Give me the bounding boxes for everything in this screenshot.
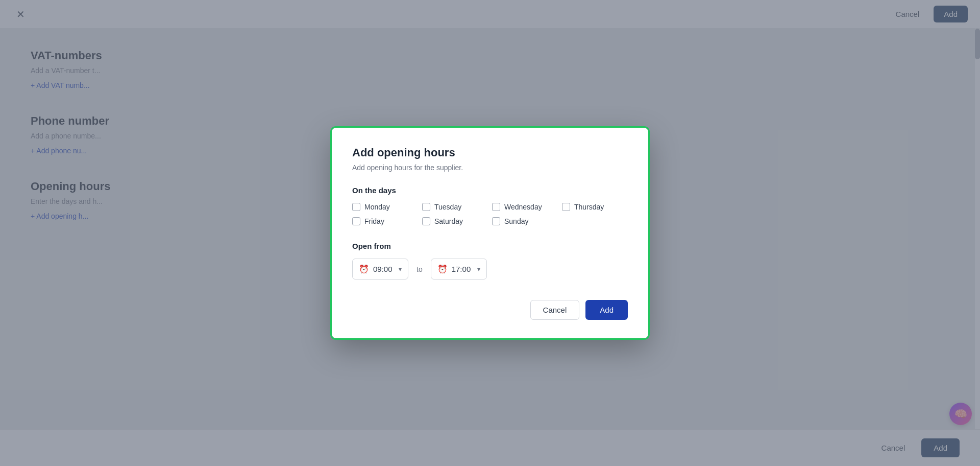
- day-label-monday: Monday: [364, 203, 390, 211]
- day-label-saturday: Saturday: [434, 217, 463, 225]
- modal-footer: Cancel Add: [352, 300, 628, 320]
- modal-overlay: Add opening hours Add opening hours for …: [0, 0, 980, 466]
- end-clock-icon: ⏰: [437, 264, 448, 274]
- day-label-tuesday: Tuesday: [434, 203, 461, 211]
- open-from-label: Open from: [352, 242, 628, 250]
- checkbox-thursday[interactable]: [562, 203, 570, 211]
- end-time-value: 17:00: [452, 265, 473, 273]
- start-chevron-icon: ▾: [399, 266, 402, 273]
- modal-title: Add opening hours: [352, 146, 628, 159]
- checkbox-tuesday[interactable]: [422, 203, 430, 211]
- end-chevron-icon: ▾: [477, 266, 480, 273]
- start-time-value: 09:00: [373, 265, 395, 273]
- day-item-wednesday[interactable]: Wednesday: [492, 203, 558, 211]
- add-opening-hours-modal: Add opening hours Add opening hours for …: [332, 128, 648, 338]
- day-label-wednesday: Wednesday: [504, 203, 542, 211]
- day-label-friday: Friday: [364, 217, 384, 225]
- day-item-sunday[interactable]: Sunday: [492, 217, 558, 225]
- checkbox-sunday[interactable]: [492, 217, 500, 225]
- to-label: to: [416, 265, 423, 273]
- day-item-saturday[interactable]: Saturday: [422, 217, 488, 225]
- day-label-sunday: Sunday: [504, 217, 528, 225]
- day-item-monday[interactable]: Monday: [352, 203, 418, 211]
- checkbox-saturday[interactable]: [422, 217, 430, 225]
- on-the-days-label: On the days: [352, 186, 628, 195]
- start-clock-icon: ⏰: [359, 264, 369, 274]
- modal-add-button[interactable]: Add: [585, 300, 628, 320]
- end-time-select[interactable]: ⏰ 17:00 ▾: [431, 259, 487, 279]
- modal-cancel-button[interactable]: Cancel: [530, 300, 580, 320]
- day-label-thursday: Thursday: [574, 203, 604, 211]
- checkbox-wednesday[interactable]: [492, 203, 500, 211]
- modal-subtitle: Add opening hours for the supplier.: [352, 164, 628, 172]
- days-grid: Monday Tuesday Wednesday Thursday Friday: [352, 203, 628, 225]
- day-item-tuesday[interactable]: Tuesday: [422, 203, 488, 211]
- time-row: ⏰ 09:00 ▾ to ⏰ 17:00 ▾: [352, 259, 628, 279]
- checkbox-friday[interactable]: [352, 217, 360, 225]
- checkbox-monday[interactable]: [352, 203, 360, 211]
- day-item-friday[interactable]: Friday: [352, 217, 418, 225]
- day-item-thursday[interactable]: Thursday: [562, 203, 628, 211]
- start-time-select[interactable]: ⏰ 09:00 ▾: [352, 259, 408, 279]
